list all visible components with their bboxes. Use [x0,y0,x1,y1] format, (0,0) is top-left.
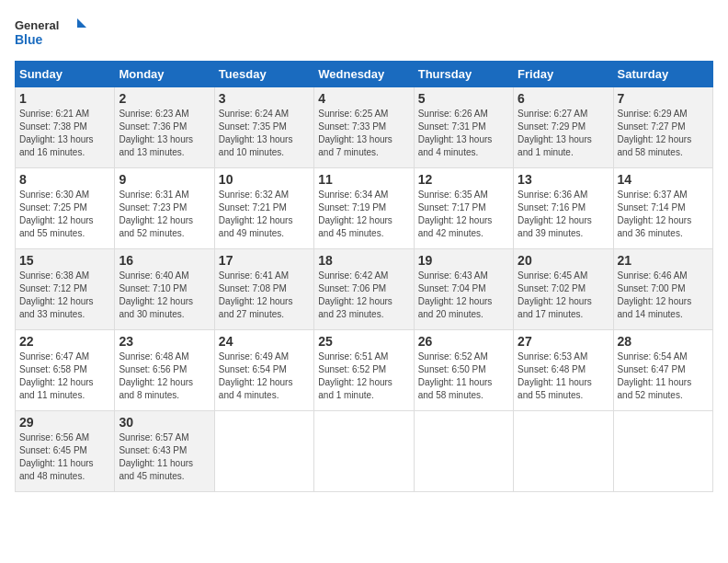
calendar-cell: 24Sunrise: 6:49 AM Sunset: 6:54 PM Dayli… [214,330,313,411]
weekday-header-thursday: Thursday [414,62,513,87]
cell-sun-info: Sunrise: 6:31 AM Sunset: 7:23 PM Dayligh… [119,189,210,240]
day-number: 12 [418,172,509,187]
cell-sun-info: Sunrise: 6:29 AM Sunset: 7:27 PM Dayligh… [618,108,709,159]
day-number: 7 [618,91,709,106]
cell-sun-info: Sunrise: 6:51 AM Sunset: 6:52 PM Dayligh… [318,350,409,402]
cell-sun-info: Sunrise: 6:46 AM Sunset: 7:00 PM Dayligh… [618,270,709,321]
calendar-cell [514,411,613,492]
day-number: 14 [618,172,709,187]
calendar-cell: 14Sunrise: 6:37 AM Sunset: 7:14 PM Dayli… [613,168,712,249]
day-number: 23 [119,334,210,349]
calendar-cell: 1Sunrise: 6:21 AM Sunset: 7:38 PM Daylig… [16,87,115,168]
weekday-header-friday: Friday [514,62,613,87]
cell-sun-info: Sunrise: 6:38 AM Sunset: 7:12 PM Dayligh… [19,270,110,321]
cell-sun-info: Sunrise: 6:52 AM Sunset: 6:50 PM Dayligh… [418,350,509,402]
calendar-cell: 25Sunrise: 6:51 AM Sunset: 6:52 PM Dayli… [314,330,414,411]
day-number: 27 [518,334,609,349]
weekday-header-tuesday: Tuesday [214,62,313,87]
calendar-cell: 8Sunrise: 6:30 AM Sunset: 7:25 PM Daylig… [16,168,115,249]
cell-sun-info: Sunrise: 6:34 AM Sunset: 7:19 PM Dayligh… [318,189,409,240]
calendar-cell: 22Sunrise: 6:47 AM Sunset: 6:58 PM Dayli… [16,330,115,411]
calendar-table: SundayMondayTuesdayWednesdayThursdayFrid… [15,61,713,492]
cell-sun-info: Sunrise: 6:41 AM Sunset: 7:08 PM Dayligh… [219,270,310,321]
day-number: 9 [119,172,210,187]
cell-sun-info: Sunrise: 6:40 AM Sunset: 7:10 PM Dayligh… [119,270,210,321]
calendar-cell: 17Sunrise: 6:41 AM Sunset: 7:08 PM Dayli… [214,249,313,330]
cell-sun-info: Sunrise: 6:23 AM Sunset: 7:36 PM Dayligh… [119,108,210,159]
day-number: 30 [119,415,210,430]
calendar-cell [414,411,513,492]
cell-sun-info: Sunrise: 6:57 AM Sunset: 6:43 PM Dayligh… [119,431,210,483]
weekday-header-wednesday: Wednesday [314,62,414,87]
day-number: 13 [518,172,609,187]
svg-marker-2 [77,18,86,28]
weekday-header-monday: Monday [115,62,214,87]
calendar-cell: 30Sunrise: 6:57 AM Sunset: 6:43 PM Dayli… [115,411,214,492]
calendar-cell: 9Sunrise: 6:31 AM Sunset: 7:23 PM Daylig… [115,168,214,249]
cell-sun-info: Sunrise: 6:48 AM Sunset: 6:56 PM Dayligh… [119,350,210,402]
calendar-cell: 19Sunrise: 6:43 AM Sunset: 7:04 PM Dayli… [414,249,513,330]
calendar-cell: 12Sunrise: 6:35 AM Sunset: 7:17 PM Dayli… [414,168,513,249]
cell-sun-info: Sunrise: 6:24 AM Sunset: 7:35 PM Dayligh… [219,108,310,159]
calendar-cell: 20Sunrise: 6:45 AM Sunset: 7:02 PM Dayli… [514,249,613,330]
day-number: 16 [119,253,210,268]
calendar-cell: 23Sunrise: 6:48 AM Sunset: 6:56 PM Dayli… [115,330,214,411]
cell-sun-info: Sunrise: 6:30 AM Sunset: 7:25 PM Dayligh… [19,189,110,240]
calendar-cell: 3Sunrise: 6:24 AM Sunset: 7:35 PM Daylig… [214,87,313,168]
cell-sun-info: Sunrise: 6:43 AM Sunset: 7:04 PM Dayligh… [418,270,509,321]
cell-sun-info: Sunrise: 6:47 AM Sunset: 6:58 PM Dayligh… [19,350,110,402]
cell-sun-info: Sunrise: 6:26 AM Sunset: 7:31 PM Dayligh… [418,108,509,159]
day-number: 28 [618,334,709,349]
calendar-cell [314,411,414,492]
calendar-header: SundayMondayTuesdayWednesdayThursdayFrid… [16,62,713,87]
day-number: 2 [119,91,210,106]
weekday-header-sunday: Sunday [16,62,115,87]
svg-text:Blue: Blue [15,32,43,47]
day-number: 3 [219,91,310,106]
weekday-header-saturday: Saturday [613,62,712,87]
day-number: 10 [219,172,310,187]
calendar-cell [613,411,712,492]
day-number: 24 [219,334,310,349]
cell-sun-info: Sunrise: 6:54 AM Sunset: 6:47 PM Dayligh… [618,350,709,402]
calendar-cell: 7Sunrise: 6:29 AM Sunset: 7:27 PM Daylig… [613,87,712,168]
calendar-cell: 26Sunrise: 6:52 AM Sunset: 6:50 PM Dayli… [414,330,513,411]
cell-sun-info: Sunrise: 6:42 AM Sunset: 7:06 PM Dayligh… [318,270,409,321]
calendar-cell [214,411,313,492]
calendar-cell: 15Sunrise: 6:38 AM Sunset: 7:12 PM Dayli… [16,249,115,330]
day-number: 21 [618,253,709,268]
cell-sun-info: Sunrise: 6:37 AM Sunset: 7:14 PM Dayligh… [618,189,709,240]
logo-svg: General Blue [15,15,88,52]
day-number: 18 [318,253,409,268]
calendar-cell: 29Sunrise: 6:56 AM Sunset: 6:45 PM Dayli… [16,411,115,492]
logo: General Blue [15,15,88,52]
cell-sun-info: Sunrise: 6:21 AM Sunset: 7:38 PM Dayligh… [19,108,110,159]
calendar-week-5: 29Sunrise: 6:56 AM Sunset: 6:45 PM Dayli… [16,411,713,492]
cell-sun-info: Sunrise: 6:25 AM Sunset: 7:33 PM Dayligh… [318,108,409,159]
day-number: 19 [418,253,509,268]
cell-sun-info: Sunrise: 6:35 AM Sunset: 7:17 PM Dayligh… [418,189,509,240]
cell-sun-info: Sunrise: 6:49 AM Sunset: 6:54 PM Dayligh… [219,350,310,402]
cell-sun-info: Sunrise: 6:27 AM Sunset: 7:29 PM Dayligh… [518,108,609,159]
calendar-week-4: 22Sunrise: 6:47 AM Sunset: 6:58 PM Dayli… [16,330,713,411]
calendar-cell: 16Sunrise: 6:40 AM Sunset: 7:10 PM Dayli… [115,249,214,330]
day-number: 8 [19,172,110,187]
cell-sun-info: Sunrise: 6:45 AM Sunset: 7:02 PM Dayligh… [518,270,609,321]
day-number: 1 [19,91,110,106]
day-number: 4 [318,91,409,106]
calendar-cell: 2Sunrise: 6:23 AM Sunset: 7:36 PM Daylig… [115,87,214,168]
day-number: 25 [318,334,409,349]
calendar-cell: 13Sunrise: 6:36 AM Sunset: 7:16 PM Dayli… [514,168,613,249]
day-number: 29 [19,415,110,430]
calendar-cell: 5Sunrise: 6:26 AM Sunset: 7:31 PM Daylig… [414,87,513,168]
calendar-cell: 27Sunrise: 6:53 AM Sunset: 6:48 PM Dayli… [514,330,613,411]
cell-sun-info: Sunrise: 6:32 AM Sunset: 7:21 PM Dayligh… [219,189,310,240]
day-number: 22 [19,334,110,349]
calendar-cell: 6Sunrise: 6:27 AM Sunset: 7:29 PM Daylig… [514,87,613,168]
calendar-week-1: 1Sunrise: 6:21 AM Sunset: 7:38 PM Daylig… [16,87,713,168]
day-number: 5 [418,91,509,106]
day-number: 6 [518,91,609,106]
day-number: 15 [19,253,110,268]
day-number: 20 [518,253,609,268]
calendar-cell: 10Sunrise: 6:32 AM Sunset: 7:21 PM Dayli… [214,168,313,249]
